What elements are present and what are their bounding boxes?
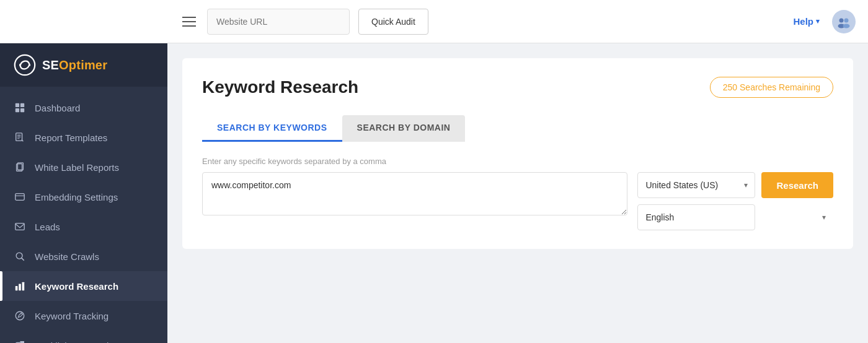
grid-icon (14, 102, 26, 114)
controls-row: United States (US) United Kingdom (UK) A… (637, 172, 833, 198)
sidebar-item-label: Dashboard (35, 103, 80, 113)
external-link-icon (14, 339, 26, 343)
svg-rect-7 (16, 103, 19, 107)
sidebar-item-backlink-research[interactable]: Backlink Research (0, 331, 167, 343)
sidebar-item-dashboard[interactable]: Dashboard (0, 93, 167, 123)
tab-search-by-keywords[interactable]: SEARCH BY KEYWORDS (202, 115, 342, 142)
topbar: Quick Audit Help ▾ (0, 0, 868, 43)
sidebar-item-label: White Label Reports (35, 162, 119, 173)
help-label: Help (793, 16, 813, 27)
main-card: Keyword Research 250 Searches Remaining … (182, 58, 853, 249)
bar-chart-icon (14, 280, 26, 292)
svg-rect-10 (20, 108, 24, 112)
sidebar-item-label: Keyword Tracking (35, 311, 108, 321)
content-area: Keyword Research 250 Searches Remaining … (167, 43, 868, 343)
svg-line-17 (22, 258, 24, 260)
quick-audit-button[interactable]: Quick Audit (358, 9, 428, 35)
topbar-right: Help ▾ (793, 10, 856, 33)
sidebar-nav: Dashboard Report Templates White Label R… (0, 87, 167, 343)
svg-rect-20 (22, 282, 25, 291)
svg-point-0 (839, 18, 844, 22)
language-chevron-icon: ▾ (822, 213, 826, 222)
embed-icon (14, 191, 26, 203)
search-hint-text: Enter any specific keywords separated by… (202, 157, 833, 166)
main-layout: SEOptimer Dashboard Report Templates (0, 43, 868, 343)
search-tabs: SEARCH BY KEYWORDS SEARCH BY DOMAIN (202, 115, 833, 142)
svg-point-3 (843, 24, 850, 28)
keyword-textarea[interactable]: www.competitor.com (202, 172, 627, 215)
pencil-circle-icon (14, 310, 26, 322)
sidebar-item-keyword-research[interactable]: Keyword Research (0, 271, 167, 301)
svg-rect-9 (16, 108, 19, 112)
envelope-icon (14, 220, 26, 233)
help-chevron-icon: ▾ (816, 17, 820, 25)
topbar-left: Quick Audit (180, 9, 428, 35)
svg-rect-14 (16, 194, 24, 201)
svg-rect-19 (19, 284, 21, 290)
sidebar-item-white-label-reports[interactable]: White Label Reports (0, 152, 167, 182)
copy-icon (14, 161, 26, 173)
research-button[interactable]: Research (761, 172, 833, 198)
sidebar-item-label: Backlink Research (35, 341, 112, 344)
svg-point-1 (844, 18, 849, 22)
searches-remaining-badge: 250 Searches Remaining (710, 77, 833, 98)
svg-point-16 (16, 253, 22, 259)
search-controls: United States (US) United Kingdom (UK) A… (637, 172, 833, 230)
sidebar-item-leads[interactable]: Leads (0, 212, 167, 241)
sidebar-item-report-templates[interactable]: Report Templates (0, 123, 167, 152)
search-row: www.competitor.com United States (US) Un… (202, 172, 833, 230)
svg-rect-15 (16, 224, 24, 230)
country-select[interactable]: United States (US) United Kingdom (UK) A… (637, 172, 755, 198)
sidebar-item-label: Report Templates (35, 132, 107, 143)
sidebar-item-label: Embedding Settings (35, 192, 118, 202)
hamburger-menu-icon[interactable] (180, 14, 198, 29)
svg-point-21 (16, 311, 24, 320)
user-avatar[interactable] (832, 10, 856, 33)
svg-rect-18 (16, 286, 18, 290)
sidebar-item-embedding-settings[interactable]: Embedding Settings (0, 182, 167, 212)
active-indicator (0, 271, 2, 301)
help-button[interactable]: Help ▾ (793, 16, 820, 27)
file-edit-icon (14, 131, 26, 144)
language-select-wrapper: English Spanish French German ▾ (637, 204, 833, 230)
sidebar: SEOptimer Dashboard Report Templates (0, 43, 167, 343)
sidebar-item-keyword-tracking[interactable]: Keyword Tracking (0, 301, 167, 331)
page-title: Keyword Research (202, 77, 358, 97)
sidebar-item-label: Keyword Research (35, 281, 118, 292)
country-select-wrapper: United States (US) United Kingdom (UK) A… (637, 172, 755, 198)
svg-rect-8 (20, 103, 24, 107)
svg-point-4 (15, 55, 35, 75)
card-header: Keyword Research 250 Searches Remaining (202, 77, 833, 98)
sidebar-item-label: Website Crawls (35, 251, 99, 262)
tab-search-by-domain[interactable]: SEARCH BY DOMAIN (342, 115, 466, 142)
website-url-input[interactable] (207, 9, 350, 35)
sidebar-logo: SEOptimer (0, 43, 167, 87)
language-select[interactable]: English Spanish French German (637, 204, 755, 230)
logo-text: SEOptimer (42, 58, 107, 72)
sidebar-item-label: Leads (35, 222, 60, 232)
search-circle-icon (14, 250, 26, 263)
sidebar-item-website-crawls[interactable]: Website Crawls (0, 241, 167, 271)
logo-icon (14, 54, 36, 76)
